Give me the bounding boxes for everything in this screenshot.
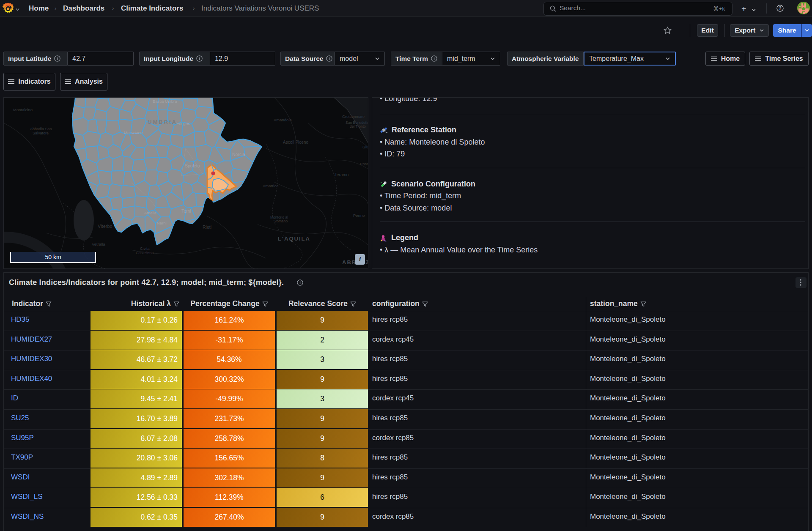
svg-text:Ascoli Piceno: Ascoli Piceno bbox=[283, 140, 308, 145]
svg-text:Rieti: Rieti bbox=[203, 224, 211, 230]
svg-text:Teramo: Teramo bbox=[335, 172, 349, 177]
svg-text:Castellana: Castellana bbox=[136, 251, 154, 255]
svg-text:Spoleto: Spoleto bbox=[185, 163, 200, 168]
svg-text:Vetralla: Vetralla bbox=[92, 242, 105, 246]
svg-text:Grottammare: Grottammare bbox=[342, 115, 365, 119]
svg-text:Vomano: Vomano bbox=[274, 219, 288, 223]
svg-text:Giuliano: Giuliano bbox=[362, 145, 368, 149]
svg-text:Abbadia San: Abbadia San bbox=[30, 127, 52, 131]
svg-text:Roseto: Roseto bbox=[360, 162, 368, 166]
svg-text:UMBRIA: UMBRIA bbox=[148, 119, 177, 125]
svg-text:Amandola: Amandola bbox=[274, 118, 292, 122]
svg-text:Narni: Narni bbox=[157, 221, 167, 225]
svg-text:L'AQUILA: L'AQUILA bbox=[278, 235, 310, 242]
svg-text:Terni: Terni bbox=[181, 208, 191, 213]
svg-text:Viterbo: Viterbo bbox=[98, 224, 112, 229]
svg-text:Civita: Civita bbox=[140, 246, 150, 251]
svg-text:Bastia Umbra: Bastia Umbra bbox=[153, 99, 177, 104]
svg-text:Amelia: Amelia bbox=[144, 211, 157, 215]
svg-text:Montalcino: Montalcino bbox=[13, 107, 33, 112]
svg-text:Penne: Penne bbox=[353, 213, 365, 218]
svg-text:Foligno: Foligno bbox=[176, 121, 190, 126]
svg-text:?: ? bbox=[779, 5, 781, 11]
svg-text:Marsciano: Marsciano bbox=[124, 130, 143, 135]
svg-text:Salvatore: Salvatore bbox=[33, 131, 49, 135]
svg-text:del Tronto: del Tronto bbox=[350, 124, 366, 129]
svg-text:Norcia: Norcia bbox=[232, 152, 245, 157]
svg-text:Amatrice: Amatrice bbox=[263, 183, 278, 188]
